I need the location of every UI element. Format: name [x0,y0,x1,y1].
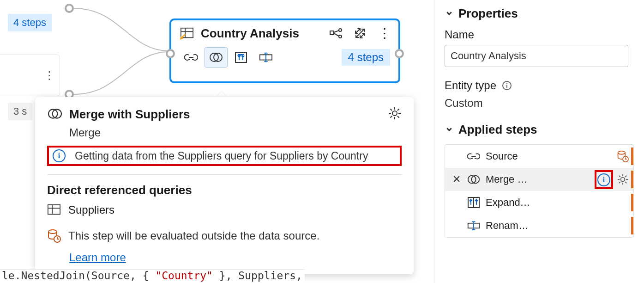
svg-line-46 [625,176,626,177]
step-name-label: Renam… [486,220,629,232]
svg-point-34 [618,151,626,154]
node-port[interactable] [395,49,404,58]
folding-indicator [631,148,633,165]
query-node-title: Country Analysis [201,26,323,41]
svg-line-45 [619,182,620,183]
expand-icon [467,197,480,209]
merge-step-icon[interactable] [205,47,228,68]
query-table-icon [180,26,194,41]
entity-type-label: Entity type [445,79,634,92]
applied-steps-list: Source ✕ Merge … i [445,144,634,238]
properties-section-header[interactable]: Properties [445,6,634,21]
merge-icon [47,107,63,120]
steps-count-badge: 4 steps [342,49,390,66]
popover-title: Merge with Suppliers [47,107,402,122]
svg-point-5 [339,29,342,31]
svg-point-6 [339,35,342,38]
svg-point-37 [471,176,479,184]
node-port[interactable] [166,49,175,58]
step-info-highlight: i Getting data from the Suppliers query … [47,146,402,166]
learn-more-link[interactable]: Learn more [47,251,126,264]
referenced-queries-header: Direct referenced queries [47,183,402,197]
chevron-down-icon [445,123,454,137]
entity-type-value: Custom [445,97,634,110]
formula-bar[interactable]: le.NestedJoin(Source, { "Country" }, Sup… [0,269,305,283]
applied-steps-section-header[interactable]: Applied steps [445,123,634,137]
applied-step-item[interactable]: Expand… [445,191,633,214]
node-port[interactable] [65,4,74,13]
rename-icon [467,220,480,231]
expand-fullscreen-icon[interactable] [354,27,366,39]
divider [47,174,402,175]
gear-icon[interactable] [617,173,629,185]
rename-step-icon[interactable] [254,47,277,68]
database-clock-icon [47,229,61,243]
steps-badge: 4 steps [8,14,52,31]
more-vertical-icon[interactable]: ⋮ [44,69,54,82]
evaluation-notice: This step will be evaluated outside the … [47,229,402,243]
svg-line-8 [334,33,339,36]
referenced-query-item[interactable]: Suppliers [47,203,402,217]
svg-line-7 [334,31,339,32]
folding-indicator [631,171,633,188]
info-icon: i [53,149,67,162]
svg-rect-26 [48,205,60,215]
source-step-icon[interactable] [180,47,203,68]
svg-line-44 [625,182,626,183]
info-icon-highlight[interactable]: i [595,170,613,189]
svg-point-29 [48,230,57,234]
popover-pointer [216,92,227,97]
query-name-input[interactable] [445,45,628,67]
database-clock-icon [617,150,629,162]
table-icon [47,203,61,217]
properties-sidebar: Properties Name Entity type Custom Appli… [434,0,644,283]
steps-badge: 3 s [8,103,32,120]
svg-point-32 [506,83,507,84]
diagram-canvas[interactable]: 4 steps ⋮ 3 s Country Analysis ⋮ [0,0,434,283]
link-icon [467,151,480,161]
applied-step-item[interactable]: ✕ Merge … i [445,168,633,191]
merge-icon [467,173,480,185]
applied-step-item[interactable]: Renam… [445,214,633,237]
step-name-label: Source [486,150,611,162]
svg-rect-12 [235,52,247,62]
share-icon[interactable] [329,28,342,38]
step-type-label: Merge [47,126,402,139]
step-name-label: Expand… [486,197,629,209]
svg-rect-33 [506,85,507,88]
step-details-popover: Merge with Suppliers Merge i Getting dat… [35,97,414,274]
svg-line-43 [619,176,620,177]
selected-query-node[interactable]: Country Analysis ⋮ 4 steps [169,18,400,83]
step-name-label: Merge … [486,173,589,185]
folding-indicator [631,217,633,234]
info-icon[interactable] [502,80,512,91]
applied-step-item[interactable]: Source [445,145,633,168]
name-field-label: Name [445,28,634,41]
svg-rect-4 [330,31,334,35]
delete-step-icon[interactable]: ✕ [451,173,462,185]
chevron-down-icon [445,6,454,21]
expand-step-icon[interactable] [229,47,253,68]
folding-indicator [631,194,633,211]
upstream-node-collapsed[interactable]: ⋮ [0,55,60,96]
svg-point-38 [621,178,625,182]
